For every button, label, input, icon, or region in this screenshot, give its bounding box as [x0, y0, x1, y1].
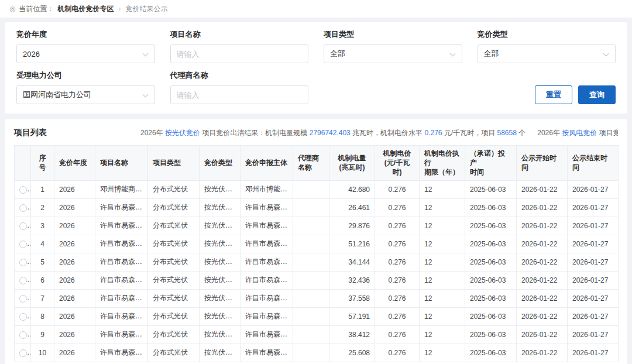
table-cell: 2026-01-27: [568, 180, 619, 198]
table-cell: 2026-01-22: [517, 325, 568, 344]
project-name-control: [170, 44, 309, 63]
agent-name-input[interactable]: [177, 91, 303, 99]
table-cell: 2025-06-03: [465, 325, 517, 344]
summary-segment: 兆瓦时，机制电价水平: [351, 129, 425, 137]
table-cell: 按光伏竞价: [200, 180, 241, 198]
chevron-down-icon: [449, 51, 455, 57]
radio-cell: [15, 307, 31, 325]
table-cell: 分布式光伏: [148, 344, 200, 362]
bid-year-select[interactable]: 2026: [16, 44, 155, 63]
bid-type-label: 竞价类型: [478, 29, 616, 40]
table-cell: 分布式光伏: [148, 217, 200, 235]
project-name-input[interactable]: [177, 50, 303, 59]
radio-cell: [15, 198, 31, 217]
table-cell: 2026-01-27: [568, 307, 619, 325]
row-radio[interactable]: [19, 331, 27, 339]
table-cell: 12: [420, 217, 465, 235]
column-header: 公示结束时间: [568, 146, 619, 181]
table-cell: 12: [420, 289, 465, 307]
breadcrumb-section[interactable]: 机制电价竞价专区: [57, 4, 114, 14]
table-cell: 2026: [54, 235, 95, 253]
bid-type-value: 全部: [484, 49, 499, 59]
table-cell: [293, 253, 329, 271]
table-cell: 38.412: [329, 325, 375, 344]
table-cell: 2026: [54, 325, 95, 344]
table-cell: 0.276: [375, 307, 420, 325]
table-cell: 0.276: [375, 253, 420, 271]
table-row: 62026许昌市易森太...分布式光伏按光伏竞价许昌市易森太...32.4360…: [15, 271, 619, 289]
table-cell: 许昌市易森太...: [241, 307, 293, 325]
table-cell: 许昌市易森太...: [95, 198, 148, 217]
table-cell: 按光伏竞价: [200, 198, 241, 217]
project-type-select[interactable]: 全部: [324, 44, 462, 63]
table-cell: 按光伏竞价: [200, 235, 241, 253]
table-row: 72026许昌市易森太...分布式光伏按光伏竞价许昌市易森太...37.5580…: [15, 289, 619, 307]
query-button[interactable]: 查询: [578, 85, 616, 104]
row-radio[interactable]: [19, 259, 27, 266]
summary-segment: 项目竞价出清结果：机制电量规模: [200, 129, 310, 137]
chevron-down-icon: [603, 51, 609, 57]
table-cell: 许昌市易森太...: [95, 217, 148, 235]
table-cell: 许昌市易森太...: [95, 307, 148, 325]
table-cell: 许昌市易森太...: [241, 271, 293, 289]
summary-text: 2026年 按光伏竞价 项目竞价出清结果：机制电量规模 2796742.403 …: [140, 128, 618, 138]
table-cell: 0.276: [375, 217, 420, 235]
column-header: 序号: [31, 146, 54, 181]
field-bid-type: 竞价类型 全部: [478, 29, 616, 63]
table-cell: 许昌市易森太...: [95, 289, 148, 307]
row-radio[interactable]: [19, 222, 27, 230]
radio-cell: [15, 217, 31, 235]
table-cell: [293, 325, 329, 344]
table-row: 22026许昌市易森太...分布式光伏按光伏竞价许昌市易森太...26.4610…: [15, 198, 619, 217]
bid-type-select[interactable]: 全部: [478, 44, 616, 63]
row-radio[interactable]: [19, 313, 27, 321]
table-cell: 许昌市易森太...: [241, 235, 293, 253]
row-radio[interactable]: [19, 241, 27, 248]
reset-button[interactable]: 重置: [535, 85, 572, 104]
table-cell: 按光伏竞价: [200, 344, 241, 362]
table-cell: 分布式光伏: [148, 307, 200, 325]
field-project-name: 项目名称: [170, 29, 309, 63]
table-cell: 2026: [54, 344, 95, 362]
table-cell: 邓州博能商书...: [95, 180, 148, 198]
table-cell: 0.276: [375, 325, 420, 344]
column-header: （承诺）投产 时间: [465, 146, 517, 181]
table-cell: 2026-01-27: [568, 271, 619, 289]
summary-segment: 58658: [497, 129, 517, 137]
table-cell: 2026-01-27: [568, 253, 619, 271]
table-cell: 12: [420, 253, 465, 271]
table-cell: [293, 271, 329, 289]
column-header: 竞价年度: [54, 146, 95, 181]
column-header: 代理商名称: [293, 146, 329, 181]
summary-link[interactable]: 按风电竞价: [562, 129, 597, 137]
summary-segment: 0.276: [424, 129, 442, 137]
table-cell: [293, 289, 329, 307]
table-cell: 2026-01-27: [568, 344, 619, 362]
table-cell: 2026-01-27: [568, 198, 619, 217]
row-radio[interactable]: [19, 186, 27, 194]
column-header: 机制电价执行 期限（年）: [420, 146, 465, 181]
table-cell: 3: [31, 217, 54, 235]
row-radio[interactable]: [19, 277, 27, 284]
table-row: 32026许昌市易森太...分布式光伏按光伏竞价许昌市易森太...29.8760…: [15, 217, 619, 235]
table-cell: 2026: [54, 217, 95, 235]
row-radio[interactable]: [19, 295, 27, 303]
table-cell: 12: [420, 325, 465, 344]
summary-link[interactable]: 按光伏竞价: [165, 129, 200, 137]
power-company-select[interactable]: 国网河南省电力公司: [16, 85, 155, 104]
radio-cell: [15, 180, 31, 198]
row-radio[interactable]: [19, 204, 27, 212]
table-cell: 57.191: [329, 307, 375, 325]
row-radio[interactable]: [19, 349, 27, 357]
breadcrumb: ◎ 当前位置：机制电价竞价专区 › 竞价结果公示: [0, 0, 632, 18]
table-cell: 0.276: [375, 344, 420, 362]
column-header: 竞价类型: [200, 146, 241, 181]
table-cell: 12: [420, 271, 465, 289]
table-cell: 分布式光伏: [148, 325, 200, 344]
field-agent-name: 代理商名称: [170, 70, 309, 104]
table-cell: 2026-01-27: [568, 217, 619, 235]
table-cell: [293, 198, 329, 217]
table-cell: 2026-01-22: [517, 307, 568, 325]
table-cell: 分布式光伏: [148, 198, 200, 217]
table-cell: 2025-06-03: [465, 180, 517, 198]
